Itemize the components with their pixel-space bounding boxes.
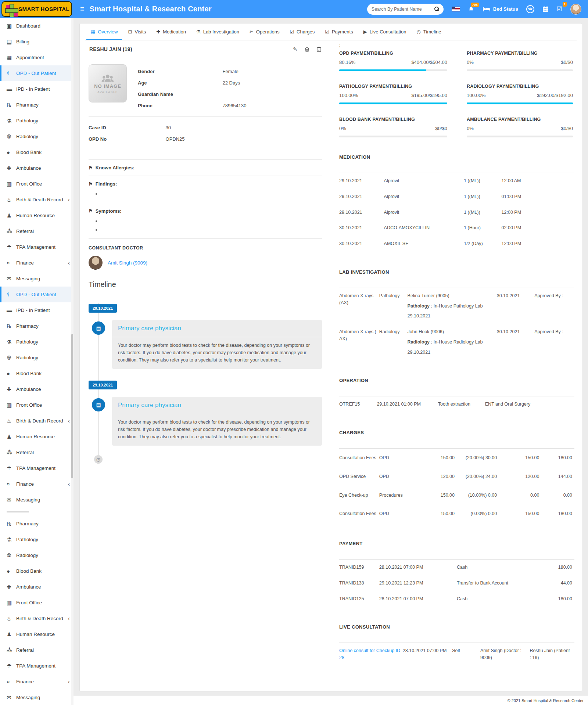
sidebar-item[interactable]: ✉ Messaging ‹	[0, 271, 74, 287]
tasks-button[interactable]: ☑ 1	[557, 5, 562, 13]
sidebar-item[interactable]: ¤ Finance ‹	[0, 255, 74, 271]
table-row: 30.10.2021 AMOXIL SF 1/2 (Day) 12:00 PM	[339, 236, 574, 252]
sidebar-item[interactable]: ● Blood Bank ‹	[0, 144, 74, 160]
sidebar-item[interactable]: ⁂ Referral ‹	[0, 642, 74, 658]
tab[interactable]: ⊡ Visits	[123, 24, 150, 40]
sidebar-item[interactable]: ℞ Pharmacy ‹	[0, 97, 74, 113]
sidebar-item[interactable]: ✉ Messaging ‹	[0, 492, 74, 508]
sidebar-item[interactable]: ▬ IPD - In Patient ‹	[0, 81, 74, 97]
column-header	[379, 554, 438, 560]
sample-date: 29.10.2021	[408, 349, 495, 356]
sidebar-item[interactable]: ♨ Birth & Death Record ‹	[0, 192, 74, 208]
sidebar-item[interactable]: ℞ Pharmacy ‹	[0, 318, 74, 334]
tab[interactable]: ▶ Live Consultation	[359, 24, 411, 40]
sidebar-item[interactable]: ☂ TPA Management ‹	[0, 460, 74, 476]
lab-investigation-section: LAB INVESTIGATION Abdomen X-rays (AX) Pa…	[339, 269, 574, 360]
tab[interactable]: ☑ Charges	[285, 24, 319, 40]
sidebar-item[interactable]: ☂ TPA Management ‹	[0, 658, 74, 674]
language-flag-icon[interactable]	[452, 7, 460, 11]
sidebar-item-label: Referral	[16, 450, 34, 455]
column-header	[541, 391, 574, 396]
sidebar-item[interactable]: ℞ Pharmacy ‹	[0, 516, 74, 532]
calendar-button[interactable]	[542, 6, 549, 12]
sidebar-item[interactable]: ⚕ OPD - Out Patient ‹	[0, 65, 74, 81]
search-icon[interactable]	[434, 7, 439, 11]
timeline-entry-title[interactable]: Primary care physician	[112, 397, 322, 414]
tab[interactable]: ▦ Overview	[86, 24, 122, 40]
sidebar-item[interactable]: ▤ Billing ‹	[0, 34, 74, 50]
sidebar-item[interactable]: ♟ Human Resource ‹	[0, 429, 74, 445]
consultation-title-link[interactable]: Online consult for Checkup ID 28	[339, 648, 400, 660]
sidebar-item[interactable]: ✚ Ambulance ‹	[0, 381, 74, 397]
sidebar-item[interactable]: ⁂ Referral ‹	[0, 445, 74, 460]
sidebar-item[interactable]: ☢ Radiology ‹	[0, 547, 74, 563]
sidebar-item[interactable]: ● Blood Bank ‹	[0, 563, 74, 579]
tab-icon: ⚗	[196, 29, 201, 35]
sidebar-scrollbar-thumb[interactable]	[71, 334, 73, 478]
sidebar-item[interactable]: ▣ Dashboard ‹	[0, 18, 74, 34]
sidebar-item[interactable]: ● Blood Bank ‹	[0, 366, 74, 381]
notifications-bell[interactable]: 705	[468, 6, 474, 12]
sidebar-item[interactable]: ⚗ Pathology ‹	[0, 334, 74, 350]
sidebar-item[interactable]: ♟ Human Resource ‹	[0, 208, 74, 223]
sidebar-item[interactable]: ¤ Finance ‹	[0, 674, 74, 690]
chevron-left-icon: ‹	[68, 615, 70, 622]
whatsapp-button[interactable]: ☎	[526, 5, 534, 13]
doctor-avatar[interactable]	[89, 256, 103, 270]
doctor-name-link[interactable]: Amit Singh (9009)	[108, 260, 147, 266]
records-button[interactable]	[317, 47, 321, 52]
sidebar-item[interactable]: ▦ Appointment ‹	[0, 50, 74, 65]
sidebar-item[interactable]: ⚕ OPD - Out Patient ‹	[0, 287, 74, 302]
sidebar-item[interactable]: ¤ Finance ‹	[0, 476, 74, 492]
tab[interactable]: ✂ Operations	[245, 24, 284, 40]
tab-label: Live Consultation	[370, 29, 406, 35]
column-header	[339, 638, 403, 643]
sidebar-item[interactable]: ⚗ Pathology ‹	[0, 532, 74, 547]
billing-percent: 0%	[339, 126, 346, 131]
sidebar-item-label: Ambulance	[16, 386, 41, 392]
column-header	[499, 443, 541, 449]
content-card: ▦ Overview ⊡ Visits ✚ Medication ⚗ Lab I…	[79, 23, 582, 691]
column-header	[408, 283, 497, 288]
tab[interactable]: ✚ Medication	[152, 24, 190, 40]
sidebar-item[interactable]: ▬ IPD - In Patient ‹	[0, 302, 74, 318]
patient-search	[367, 4, 444, 15]
sidebar-item[interactable]: ✚ Ambulance ‹	[0, 579, 74, 595]
tab[interactable]: ◷ Timeline	[412, 24, 445, 40]
sidebar-item[interactable]: ☂ TPA Management ‹	[0, 239, 74, 255]
sidebar-item[interactable]: ✉ Messaging ‹	[0, 690, 74, 705]
sidebar-item[interactable]: ☢ Radiology ‹	[0, 129, 74, 144]
billing-amount: $195.00/$195.00	[411, 93, 447, 98]
delete-patient-button[interactable]	[305, 47, 309, 52]
sidebar-item[interactable]: ▥ Front Office ‹	[0, 595, 74, 611]
timeline-heading: Timeline	[89, 280, 322, 289]
menu-icon: ¤	[7, 260, 16, 266]
hospital-cross-icon	[5, 4, 18, 17]
sidebar-item[interactable]: ⚗ Pathology ‹	[0, 113, 74, 129]
sidebar-item[interactable]: ♨ Birth & Death Record ‹	[0, 611, 74, 626]
hamburger-menu-icon[interactable]: ≡	[80, 5, 85, 13]
sidebar-item[interactable]: ☢ Radiology ‹	[0, 350, 74, 366]
tab-icon: ☑	[290, 29, 294, 35]
timeline-entry-title[interactable]: Primary care physician	[112, 320, 322, 337]
tab[interactable]: ☑ Payments	[320, 24, 357, 40]
field-value: OPDN25	[166, 133, 185, 145]
sidebar-item[interactable]: ♟ Human Resource ‹	[0, 626, 74, 642]
user-avatar[interactable]	[570, 4, 581, 15]
tab[interactable]: ⚗ Lab Investigation	[192, 24, 244, 40]
chevron-left-icon: ‹	[68, 481, 70, 488]
column-header	[480, 638, 530, 643]
bed-status-button[interactable]: Bed Status	[483, 6, 518, 12]
billing-widget-title: PATHOLOGY PAYMENT/BILLING	[339, 84, 447, 89]
app-logo[interactable]: SMART HOSPITAL	[0, 0, 74, 18]
billing-widget-title: OPD PAYMENT/BILLING	[339, 51, 447, 56]
sidebar-item[interactable]: ♨ Birth & Death Record ‹	[0, 413, 74, 429]
sidebar-item[interactable]: ▥ Front Office ‹	[0, 176, 74, 192]
search-input[interactable]	[372, 7, 434, 12]
sidebar-item[interactable]: ⁂ Referral ‹	[0, 223, 74, 239]
sidebar-item[interactable]: ✚ Ambulance ‹	[0, 160, 74, 176]
sidebar-item[interactable]: ▥ Front Office ‹	[0, 397, 74, 413]
sidebar-item-partial[interactable]	[0, 508, 74, 516]
edit-patient-button[interactable]: ✎	[293, 46, 297, 52]
bed-icon	[483, 6, 491, 12]
